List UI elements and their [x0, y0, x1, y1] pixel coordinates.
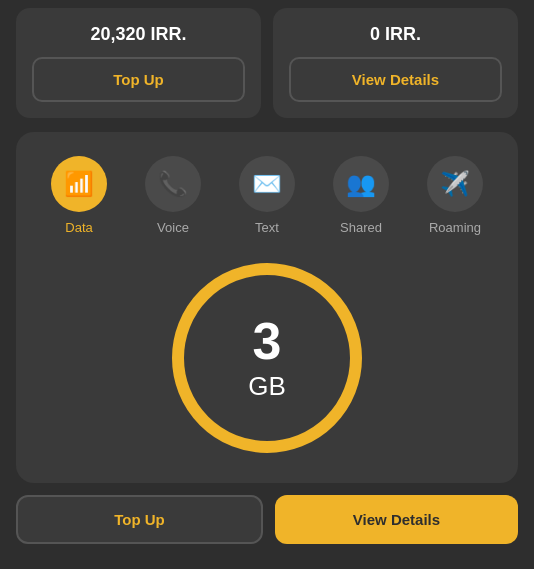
- view-details-button[interactable]: View Details: [289, 57, 502, 102]
- bottom-buttons-section: Top Up View Details: [0, 483, 534, 544]
- card-topup-amount: 20,320 IRR.: [90, 24, 186, 45]
- nav-item-roaming[interactable]: ✈️ Roaming: [427, 156, 483, 235]
- topup-button[interactable]: Top Up: [32, 57, 245, 102]
- shared-icon: 👥: [333, 156, 389, 212]
- bottom-viewdetails-button[interactable]: View Details: [275, 495, 518, 544]
- nav-icons-row: 📶 Data 📞 Voice ✉️ Text 👥 Shared ✈️ Roami…: [32, 156, 502, 235]
- voice-icon: 📞: [145, 156, 201, 212]
- text-icon: ✉️: [239, 156, 295, 212]
- voice-label: Voice: [157, 220, 189, 235]
- roaming-label: Roaming: [429, 220, 481, 235]
- nav-item-voice[interactable]: 📞 Voice: [145, 156, 201, 235]
- circle-outer: 3 GB: [172, 263, 362, 453]
- shared-label: Shared: [340, 220, 382, 235]
- nav-item-text[interactable]: ✉️ Text: [239, 156, 295, 235]
- circle-number: 3: [253, 315, 282, 367]
- text-label: Text: [255, 220, 279, 235]
- main-panel: 📶 Data 📞 Voice ✉️ Text 👥 Shared ✈️ Roami…: [16, 132, 518, 483]
- nav-item-data[interactable]: 📶 Data: [51, 156, 107, 235]
- card-details: 0 IRR. View Details: [273, 8, 518, 118]
- card-topup: 20,320 IRR. Top Up: [16, 8, 261, 118]
- nav-item-shared[interactable]: 👥 Shared: [333, 156, 389, 235]
- card-details-amount: 0 IRR.: [370, 24, 421, 45]
- bottom-topup-button[interactable]: Top Up: [16, 495, 263, 544]
- top-cards-section: 20,320 IRR. Top Up 0 IRR. View Details: [0, 0, 534, 118]
- roaming-icon: ✈️: [427, 156, 483, 212]
- data-gauge: 3 GB: [32, 263, 502, 453]
- circle-unit: GB: [248, 371, 286, 402]
- data-label: Data: [65, 220, 92, 235]
- data-icon: 📶: [51, 156, 107, 212]
